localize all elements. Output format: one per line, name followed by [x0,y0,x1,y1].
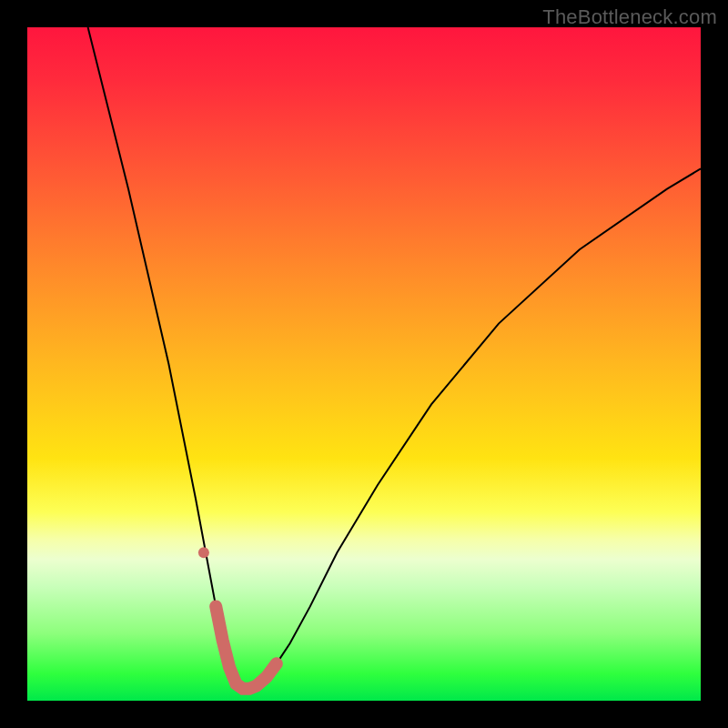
chart-svg [27,27,701,701]
chart-plot-area [27,27,701,701]
image-frame: TheBottleneck.com [0,0,728,728]
bottleneck-curve [88,27,701,689]
watermark-credit: TheBottleneck.com [542,5,717,29]
left-dot-marker [198,547,209,558]
bottom-marker-arc [216,606,277,688]
